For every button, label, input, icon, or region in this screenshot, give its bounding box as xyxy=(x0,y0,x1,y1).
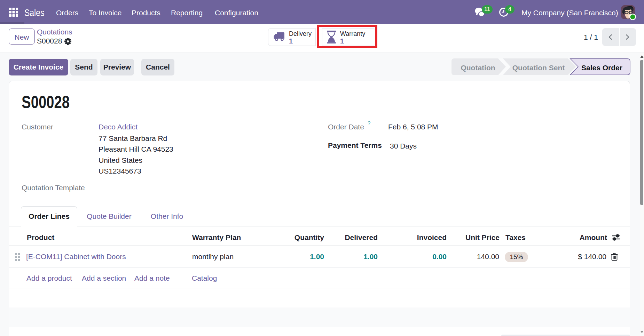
svg-text:Sales Order: Sales Order xyxy=(581,64,622,72)
svg-text:Quotation Sent: Quotation Sent xyxy=(512,64,565,72)
svg-text:Quotation: Quotation xyxy=(461,64,495,72)
